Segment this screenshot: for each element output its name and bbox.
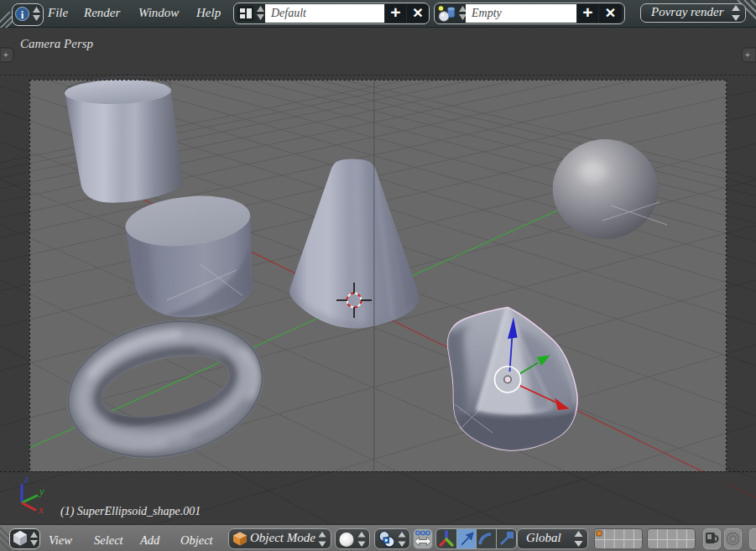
svg-text:(1) SuperEllipsoid_shape.001: (1) SuperEllipsoid_shape.001	[60, 505, 201, 518]
svg-text:x: x	[38, 504, 44, 516]
svg-text:Camera Persp: Camera Persp	[20, 37, 94, 50]
svg-text:+: +	[745, 50, 750, 60]
svg-text:y: y	[38, 486, 44, 497]
svg-text:+: +	[3, 50, 8, 60]
svg-text:z: z	[23, 473, 29, 485]
